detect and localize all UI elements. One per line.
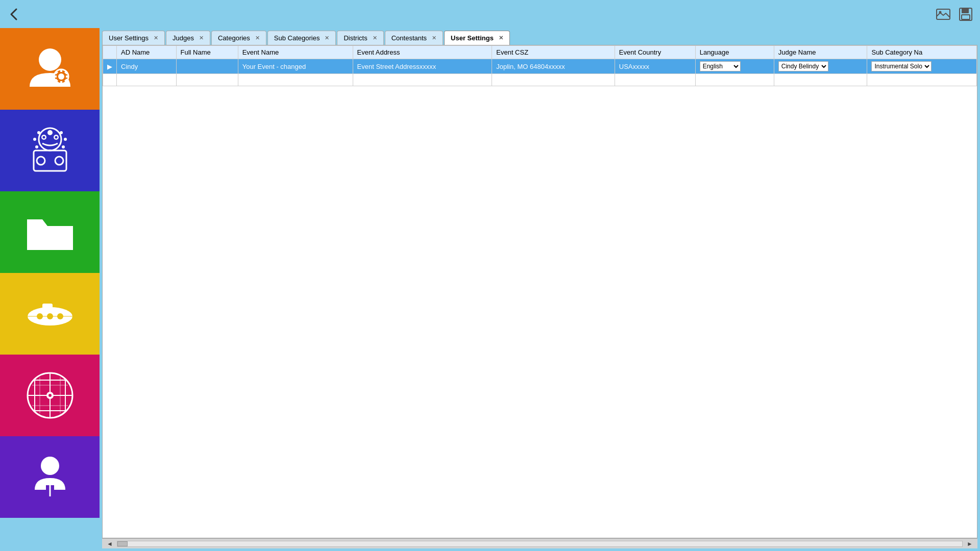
judge-name-select[interactable]: Cindy BelindyJohn Doe — [778, 61, 828, 71]
tab-sub-categories-3[interactable]: Sub Categories✕ — [267, 31, 336, 45]
svg-point-51 — [48, 478, 52, 482]
scroll-thumb — [117, 541, 128, 546]
cell-eventName[interactable]: Your Event - changed — [238, 59, 353, 74]
col-header-judgeName: Judge Name — [774, 46, 867, 59]
svg-point-30 — [35, 145, 38, 148]
svg-point-7 — [58, 73, 64, 80]
svg-point-22 — [37, 157, 45, 165]
tab-user-settings-6[interactable]: User Settings✕ — [444, 31, 510, 45]
svg-rect-4 — [962, 15, 970, 19]
cell-fullName[interactable] — [176, 59, 238, 74]
tab-categories-2[interactable]: Categories✕ — [211, 31, 266, 45]
svg-rect-33 — [42, 304, 53, 311]
submarine-icon — [24, 288, 76, 339]
cell-eventCSZ[interactable] — [492, 74, 615, 86]
folder-icon — [24, 207, 76, 258]
table-wrapper: AD NameFull NameEvent NameEvent AddressE… — [102, 45, 977, 538]
data-table: AD NameFull NameEvent NameEvent AddressE… — [103, 45, 977, 86]
col-header-eventCountry: Event Country — [615, 46, 695, 59]
sidebar-item-districts[interactable] — [0, 355, 100, 436]
cell-arrow: ▶ — [103, 59, 117, 74]
image-button[interactable] — [934, 5, 952, 23]
scroll-right-arrow[interactable]: ► — [965, 540, 975, 547]
svg-rect-11 — [66, 76, 69, 78]
col-header-eventName: Event Name — [238, 46, 353, 59]
cell-subCategoryName[interactable] — [867, 74, 977, 86]
svg-point-28 — [33, 138, 36, 141]
tab-districts-4[interactable]: Districts✕ — [337, 31, 383, 45]
tab-label: Judges — [173, 34, 194, 42]
svg-point-26 — [37, 131, 40, 134]
save-button[interactable] — [957, 5, 975, 23]
main-content: User Settings✕Judges✕Categories✕Sub Cate… — [100, 28, 980, 551]
tab-user-settings-0[interactable]: User Settings✕ — [102, 31, 165, 45]
cell-eventCSZ[interactable]: Joplin, MO 64804xxxxx — [492, 59, 615, 74]
col-header-fullName: Full Name — [176, 46, 238, 59]
cell-judgeName[interactable] — [774, 74, 867, 86]
cell-fullName[interactable] — [176, 74, 238, 86]
svg-point-19 — [42, 136, 45, 139]
sidebar-item-judges[interactable] — [0, 110, 100, 191]
tab-label: Sub Categories — [274, 34, 320, 42]
svg-point-5 — [39, 48, 61, 71]
sidebar-item-sub-categories[interactable] — [0, 273, 100, 355]
tab-label: Categories — [218, 34, 250, 42]
contestant-icon — [24, 452, 76, 503]
sidebar — [0, 28, 100, 551]
cell-eventName[interactable] — [238, 74, 353, 86]
top-right-icons — [934, 5, 975, 23]
cell-eventAddress[interactable]: Event Street Addressxxxxx — [353, 59, 492, 74]
col-header-subCategoryName: Sub Category Na — [867, 46, 977, 59]
cell-language[interactable]: EnglishSpanishFrench — [695, 59, 774, 74]
cell-eventCountry[interactable] — [615, 74, 695, 86]
map-icon — [24, 370, 76, 421]
svg-point-27 — [60, 131, 63, 134]
table-row[interactable] — [103, 74, 977, 86]
cell-adName[interactable]: Cindy — [117, 59, 177, 74]
tab-close-button[interactable]: ✕ — [432, 35, 436, 41]
tab-close-button[interactable]: ✕ — [199, 35, 204, 41]
sidebar-item-user-settings[interactable] — [0, 28, 100, 110]
svg-rect-8 — [60, 69, 62, 72]
sidebar-item-categories[interactable] — [0, 191, 100, 273]
cell-subCategoryName[interactable]: Instrumental SoloVocal Solo — [867, 59, 977, 74]
bottom-scrollbar: ◄ ► — [102, 538, 977, 548]
tab-close-button[interactable]: ✕ — [499, 35, 503, 41]
tab-close-button[interactable]: ✕ — [373, 35, 377, 41]
user-gear-icon — [24, 43, 76, 94]
cell-arrow — [103, 74, 117, 86]
tab-label: Contestants — [391, 34, 427, 42]
cell-judgeName[interactable]: Cindy BelindyJohn Doe — [774, 59, 867, 74]
table-row[interactable]: ▶CindyYour Event - changedEvent Street A… — [103, 59, 977, 74]
col-header-arrow — [103, 46, 117, 59]
tab-judges-1[interactable]: Judges✕ — [166, 31, 210, 45]
col-header-language: Language — [695, 46, 774, 59]
svg-rect-10 — [54, 76, 57, 78]
scroll-left-arrow[interactable]: ◄ — [105, 540, 115, 547]
sidebar-item-contestants[interactable] — [0, 436, 100, 518]
robot-icon — [24, 125, 76, 176]
tab-close-button[interactable]: ✕ — [154, 35, 158, 41]
cell-eventCountry[interactable]: USAxxxxx — [615, 59, 695, 74]
col-header-adName: AD Name — [117, 46, 177, 59]
svg-rect-21 — [34, 151, 66, 171]
tab-close-button[interactable]: ✕ — [325, 35, 329, 41]
tab-label: Districts — [344, 34, 367, 42]
language-select[interactable]: EnglishSpanishFrench — [700, 61, 741, 71]
top-bar — [0, 0, 980, 28]
cell-adName[interactable] — [117, 74, 177, 86]
svg-rect-3 — [962, 8, 969, 13]
tab-label: User Settings — [109, 34, 149, 42]
tabs-bar: User Settings✕Judges✕Categories✕Sub Cate… — [100, 28, 980, 45]
back-button[interactable] — [5, 5, 23, 23]
svg-point-29 — [64, 138, 67, 141]
cell-eventAddress[interactable] — [353, 74, 492, 86]
svg-point-31 — [62, 145, 65, 148]
tab-close-button[interactable]: ✕ — [255, 35, 260, 41]
scroll-track[interactable] — [117, 541, 963, 547]
cell-language[interactable] — [695, 74, 774, 86]
svg-point-25 — [47, 130, 53, 135]
tab-contestants-5[interactable]: Contestants✕ — [385, 31, 443, 45]
svg-point-20 — [55, 136, 57, 139]
subcategory-select[interactable]: Instrumental SoloVocal Solo — [871, 61, 932, 71]
